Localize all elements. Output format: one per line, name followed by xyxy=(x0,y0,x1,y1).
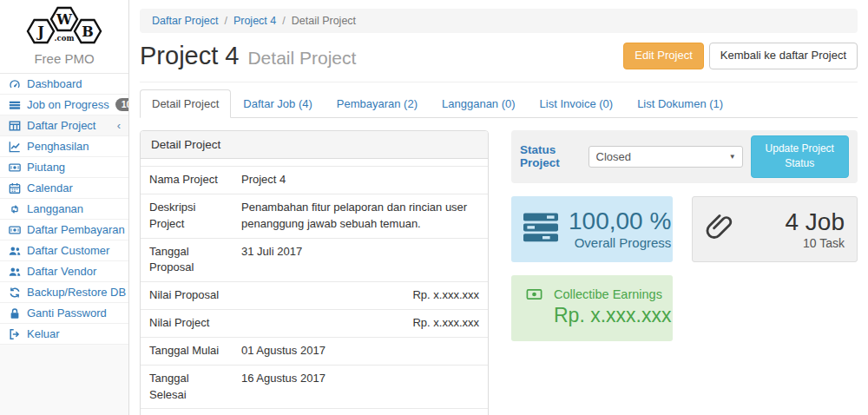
lock-icon xyxy=(8,307,21,319)
sidebar-item-dashboard[interactable]: Dashboard xyxy=(0,74,128,95)
status-project-label: Status Project xyxy=(520,143,581,169)
users-icon xyxy=(8,266,21,278)
money-bill-icon xyxy=(523,287,545,305)
tab-detail-project[interactable]: Detail Project xyxy=(140,89,231,118)
tab-list-invoice[interactable]: List Invoice (0) xyxy=(528,89,626,118)
page-title: Project 4 xyxy=(140,42,239,70)
sidebar-item-langganan[interactable]: Langganan xyxy=(0,199,128,220)
breadcrumb: Daftar Project Project 4 Detail Project xyxy=(140,9,858,33)
retweet-icon xyxy=(8,203,21,215)
svg-text:.com: .com xyxy=(55,34,75,43)
svg-text:B: B xyxy=(82,23,94,40)
table-row: Tanggal Selesai 16 Agustus 2017 xyxy=(141,365,488,409)
users-icon xyxy=(8,245,21,257)
tasks-icon xyxy=(8,99,21,111)
sidebar-item-backup-restore-db[interactable]: Backup/Restore DB xyxy=(0,282,128,303)
back-to-list-button[interactable]: Kembali ke daftar Project xyxy=(709,43,858,69)
detail-project-panel: Detail Project Nama Project Project 4 De… xyxy=(140,130,489,415)
brand-name: Free PMO xyxy=(0,51,128,66)
sidebar-item-daftar-pembayaran[interactable]: Daftar Pembayaran xyxy=(0,220,128,240)
panel-title: Detail Project xyxy=(141,131,488,159)
credit-card-icon xyxy=(8,161,21,174)
line-chart-icon xyxy=(8,141,21,153)
dashboard-icon xyxy=(8,78,21,90)
table-row: Tanggal Proposal 31 Juli 2017 xyxy=(141,238,488,282)
tab-langganan[interactable]: Langganan (0) xyxy=(430,89,528,118)
status-select[interactable]: Closed xyxy=(589,146,743,168)
sidebar-item-daftar-customer[interactable]: Daftar Customer xyxy=(0,240,128,261)
overall-progress-caption: Overall Progress xyxy=(569,235,671,250)
tab-daftar-job[interactable]: Daftar Job (4) xyxy=(231,89,324,118)
sidebar-item-penghasilan[interactable]: Penghasilan xyxy=(0,136,128,157)
status-project-bar: Status Project Closed ▼ Update Project S… xyxy=(511,130,858,183)
tab-list-dokumen[interactable]: List Dokumen (1) xyxy=(625,89,735,118)
table-row: Status Closed xyxy=(141,409,488,415)
svg-text:J: J xyxy=(36,23,44,40)
sidebar-item-daftar-vendor[interactable]: Daftar Vendor xyxy=(0,261,128,282)
earnings-label: Collectibe Earnings xyxy=(554,287,671,301)
sign-out-icon xyxy=(8,328,21,340)
breadcrumb-detail-project: Detail Project xyxy=(276,15,356,27)
chevron-left-icon: ‹ xyxy=(117,120,121,131)
table-icon xyxy=(8,120,21,132)
svg-text:W: W xyxy=(56,11,73,28)
earnings-value: Rp. x.xxx.xxx xyxy=(554,304,671,327)
progress-bars-icon xyxy=(523,212,558,246)
jwb-logo: J W B .com Free PMO xyxy=(0,0,128,73)
job-task-card: 4 Job 10 Task xyxy=(692,196,858,262)
task-count-caption: 10 Task xyxy=(786,236,845,250)
sidebar-item-keluar[interactable]: Keluar xyxy=(0,324,128,345)
collectible-earnings-card: Collectibe Earnings Rp. x.xxx.xxx xyxy=(511,275,673,341)
table-row: Deskripsi Project Penambahan fitur pelap… xyxy=(141,194,488,238)
sidebar-item-job-on-progress[interactable]: Job on Progress 10 xyxy=(0,95,128,115)
table-row: Nama Project Project 4 xyxy=(141,167,488,194)
edit-project-button[interactable]: Edit Project xyxy=(623,43,703,69)
job-count-value: 4 Job xyxy=(786,208,845,236)
page-wrapper: J W B .com Free PMO Dashboard Job on Pro… xyxy=(0,0,868,415)
refresh-icon xyxy=(8,287,21,299)
calendar-icon xyxy=(8,182,21,194)
update-project-status-button[interactable]: Update Project Status xyxy=(751,135,849,178)
tab-pembayaran[interactable]: Pembayaran (2) xyxy=(325,89,430,118)
page-header: Project 4 Detail Project Edit Project Ke… xyxy=(140,42,858,82)
sidebar-menu: Dashboard Job on Progress 10 Daftar Proj… xyxy=(0,73,128,345)
main-content: Daftar Project Project 4 Detail Project … xyxy=(128,0,868,415)
right-column: Status Project Closed ▼ Update Project S… xyxy=(511,130,858,341)
sidebar-item-piutang[interactable]: Piutang xyxy=(0,157,128,178)
sidebar-item-daftar-project[interactable]: Daftar Project ‹ xyxy=(0,115,128,136)
overall-progress-value: 100,00 % xyxy=(569,208,671,235)
paperclip-icon xyxy=(705,213,734,245)
sidebar-item-calendar[interactable]: Calendar xyxy=(0,178,128,199)
breadcrumb-project-4[interactable]: Project 4 xyxy=(218,15,276,27)
breadcrumb-daftar-project[interactable]: Daftar Project xyxy=(152,15,218,27)
page-subtitle: Detail Project xyxy=(247,48,356,69)
sidebar: J W B .com Free PMO Dashboard Job on Pro… xyxy=(0,0,128,415)
sidebar-item-ganti-password[interactable]: Ganti Password xyxy=(0,303,128,324)
tab-bar: Detail Project Daftar Job (4) Pembayaran… xyxy=(140,89,858,118)
detail-table: Nama Project Project 4 Deskripsi Project… xyxy=(141,166,488,415)
overall-progress-card: 100,00 % Overall Progress xyxy=(511,196,673,262)
table-row: Tanggal Mulai 01 Agustus 2017 xyxy=(141,337,488,365)
table-row: Nilai Project Rp. x.xxx.xxx xyxy=(141,310,488,338)
credit-card-icon xyxy=(8,224,21,236)
table-row: Nilai Proposal Rp. x.xxx.xxx xyxy=(141,282,488,310)
